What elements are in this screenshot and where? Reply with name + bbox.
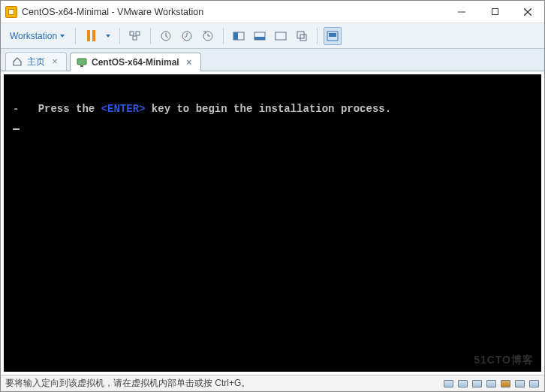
svg-rect-12 [254, 37, 265, 40]
svg-rect-18 [77, 59, 86, 65]
workstation-menu[interactable]: Workstation [5, 29, 69, 44]
workstation-menu-label: Workstation [10, 31, 57, 41]
vm-console[interactable]: - Press the <ENTER> key to begin the ins… [4, 74, 541, 372]
pause-icon [87, 30, 95, 41]
monitor-icon [77, 57, 87, 68]
grid-icon [129, 30, 141, 42]
svg-rect-5 [133, 36, 137, 40]
toolbar-separator [75, 28, 76, 44]
svg-rect-4 [136, 32, 140, 35]
power-menu-dropdown[interactable] [103, 27, 113, 45]
terminal-cursor [13, 128, 20, 130]
revert-snapshot-button[interactable] [178, 27, 196, 45]
watermark-text: 51CTO博客 [474, 354, 534, 367]
unity-icon [296, 30, 308, 42]
thumbnail-bar-button[interactable] [324, 27, 342, 45]
home-icon [12, 56, 23, 67]
terminal-enter-key: <ENTER> [101, 103, 146, 115]
svg-rect-13 [276, 32, 286, 40]
snapshot-button[interactable] [157, 27, 175, 45]
content-area: - Press the <ENTER> key to begin the ins… [1, 71, 544, 375]
tab-home-label: 主页 [27, 56, 45, 68]
tab-home[interactable]: 主页 × [5, 52, 67, 71]
status-bar: 要将输入定向到该虚拟机，请在虚拟机内部单击或按 Ctrl+G。 [1, 375, 544, 391]
terminal-text-suffix: key to begin the installation process. [145, 103, 391, 115]
toolbar-separator [119, 28, 120, 44]
device-cdrom-icon[interactable] [456, 378, 468, 389]
console-view-icon [233, 30, 245, 42]
svg-rect-10 [233, 32, 238, 40]
window-title: CentOS-x64-Minimal - VMware Workstation [22, 7, 445, 17]
maximize-button[interactable] [478, 1, 511, 23]
tab-home-close[interactable]: × [50, 56, 60, 67]
svg-rect-3 [130, 32, 134, 35]
tab-strip: 主页 × CentOS-x64-Minimal × [1, 49, 544, 71]
device-display-icon[interactable] [528, 378, 540, 389]
toolbar-separator [317, 28, 318, 44]
show-only-console-button[interactable] [251, 27, 269, 45]
clock-icon [160, 30, 172, 42]
toolbar: Workstation [1, 23, 544, 49]
toolbar-separator [150, 28, 151, 44]
terminal-dash: - [13, 103, 19, 115]
device-usb-icon[interactable] [485, 378, 497, 389]
close-button[interactable] [511, 1, 544, 23]
show-console-button[interactable] [230, 27, 248, 45]
pause-vm-button[interactable] [82, 27, 100, 45]
tab-vm-label: CentOS-x64-Minimal [92, 57, 179, 68]
status-message: 要将输入定向到该虚拟机，请在虚拟机内部单击或按 Ctrl+G。 [5, 377, 438, 390]
svg-rect-19 [80, 65, 83, 67]
status-device-icons [442, 378, 540, 389]
send-ctrl-alt-del-button[interactable] [126, 27, 144, 45]
device-sound-icon[interactable] [499, 378, 511, 389]
single-view-icon [254, 30, 266, 42]
vmware-app-icon [5, 6, 17, 18]
toolbar-separator [223, 28, 224, 44]
clock-back-icon [181, 30, 193, 42]
device-network-icon[interactable] [471, 378, 483, 389]
minimize-button[interactable] [445, 1, 478, 23]
window-titlebar: CentOS-x64-Minimal - VMware Workstation [1, 1, 544, 23]
snapshot-manager-button[interactable] [199, 27, 217, 45]
tab-vm-close[interactable]: × [184, 57, 194, 68]
fullscreen-button[interactable] [272, 27, 290, 45]
chevron-down-icon [106, 35, 110, 38]
fullscreen-icon [275, 30, 287, 42]
svg-rect-17 [329, 33, 336, 37]
terminal-text-prefix: Press the [38, 103, 101, 115]
unity-button[interactable] [293, 27, 311, 45]
device-harddisk-icon[interactable] [442, 378, 454, 389]
device-printer-icon[interactable] [513, 378, 525, 389]
thumbnail-icon [327, 30, 339, 42]
chevron-down-icon [60, 35, 65, 38]
tab-vm[interactable]: CentOS-x64-Minimal × [70, 53, 201, 71]
svg-rect-15 [300, 35, 306, 41]
clock-manage-icon [202, 30, 214, 42]
